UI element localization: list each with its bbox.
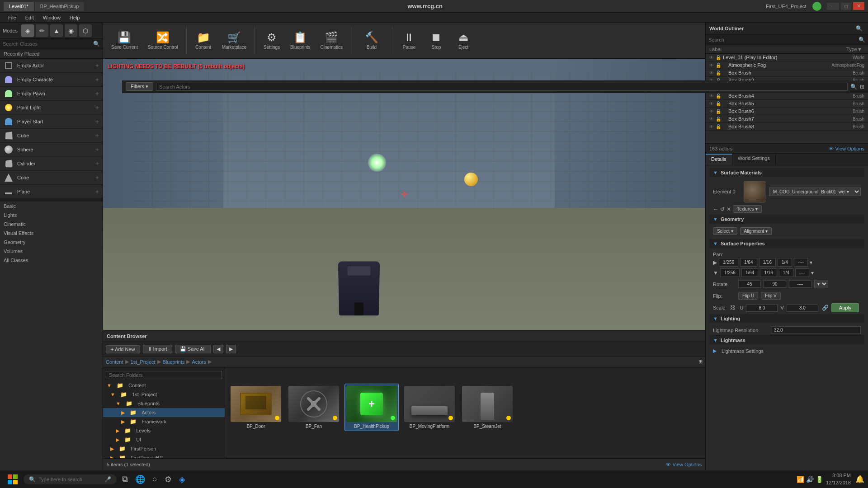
marketplace-button[interactable]: 🛒 Marketplace bbox=[218, 29, 250, 52]
content-button[interactable]: 📁 Content bbox=[191, 29, 216, 52]
viewport[interactable]: LIGHTING NEEDS TO BE REBUILT (5 unbuilt … bbox=[103, 59, 705, 330]
world-outliner-search-input[interactable] bbox=[708, 37, 859, 42]
scale-u-input[interactable] bbox=[746, 304, 778, 312]
stop-button[interactable]: ⏹ Stop bbox=[424, 29, 448, 52]
alignment-button[interactable]: Alignment ▾ bbox=[740, 227, 772, 235]
place-item-cube[interactable]: Cube + bbox=[0, 129, 103, 143]
pan-custom[interactable]: ---- bbox=[794, 258, 808, 267]
wo-item-box-brush8[interactable]: 👁🔓 Box Brush8 Brush bbox=[706, 123, 868, 131]
import-button[interactable]: ⬆ Import bbox=[143, 345, 172, 353]
pan-dropdown-icon[interactable]: ▾ bbox=[810, 259, 812, 266]
category-visual-effects[interactable]: Visual Effects bbox=[0, 229, 103, 238]
back-button[interactable]: ◀ bbox=[213, 345, 223, 353]
wo-item-box-brush6[interactable]: 👁🔓 Box Brush6 Brush bbox=[706, 108, 868, 115]
path-actors[interactable]: Actors bbox=[192, 359, 206, 365]
mode-paint[interactable]: ✏ bbox=[36, 24, 48, 37]
battery-icon[interactable]: 🔋 bbox=[816, 476, 823, 483]
ue4-icon[interactable]: ◈ bbox=[175, 474, 189, 484]
tree-firstpersonbp[interactable]: ▶ 📁 FirstPersonBP bbox=[103, 453, 225, 458]
pan2-1-64[interactable]: 1/64 bbox=[741, 268, 758, 277]
tab-details[interactable]: Details bbox=[706, 154, 732, 165]
tab-world-settings[interactable]: World Settings bbox=[732, 154, 776, 165]
search-icon-wo[interactable]: 🔍 bbox=[856, 25, 863, 32]
place-item-sphere[interactable]: Sphere + bbox=[0, 143, 103, 157]
view-toggle-icon[interactable]: ⊞ bbox=[698, 359, 703, 365]
path-project[interactable]: 1st_Project bbox=[131, 359, 156, 365]
category-geometry[interactable]: Geometry bbox=[0, 238, 103, 247]
taskbar-search-input[interactable] bbox=[38, 477, 102, 482]
folder-search-input[interactable] bbox=[106, 371, 222, 379]
maximize-button[interactable]: □ bbox=[841, 3, 851, 10]
tab-bp-healthpickup[interactable]: BP_HealthPickup bbox=[35, 2, 85, 11]
asset-bp-healthpickup[interactable]: + BP_HealthPickup bbox=[344, 384, 399, 431]
place-item-empty-character[interactable]: Empty Characte + bbox=[0, 73, 103, 87]
category-all-classes[interactable]: All Classes bbox=[0, 256, 103, 265]
menu-help[interactable]: Help bbox=[65, 14, 85, 21]
sound-icon[interactable]: 🔊 bbox=[806, 476, 814, 483]
path-content[interactable]: Content bbox=[106, 359, 123, 365]
pan2-custom[interactable]: ---- bbox=[795, 268, 809, 277]
place-item-plane[interactable]: Plane + bbox=[0, 185, 103, 199]
pause-button[interactable]: ⏸ Pause bbox=[397, 29, 421, 52]
pan-arrow-icon[interactable]: ▶ bbox=[713, 259, 717, 266]
section-lighting[interactable]: ▼ Lighting bbox=[709, 314, 864, 323]
pan2-1-16[interactable]: 1/16 bbox=[760, 268, 777, 277]
menu-window[interactable]: Window bbox=[38, 14, 65, 21]
mode-select[interactable]: ◈ bbox=[21, 24, 34, 37]
forward-button[interactable]: ▶ bbox=[226, 345, 236, 353]
pan-1-64[interactable]: 1/64 bbox=[740, 258, 757, 267]
apply-button[interactable]: Apply bbox=[831, 303, 859, 312]
wo-item-level01[interactable]: 👁🔓 Level_01 (Play In Editor) World bbox=[706, 54, 868, 61]
section-surface-properties[interactable]: ▼ Surface Properties bbox=[709, 239, 864, 248]
asset-bp-fan[interactable]: BP_Fan bbox=[287, 384, 341, 431]
cinematics-button[interactable]: 🎬 Cinematics bbox=[317, 29, 346, 52]
flip-u-button[interactable]: Flip U bbox=[738, 292, 758, 300]
mode-foliage[interactable]: ◉ bbox=[65, 24, 77, 37]
wo-item-box-brush4[interactable]: 👁🔓 Box Brush4 Brush bbox=[706, 92, 868, 100]
pan2-1-256[interactable]: 1/256 bbox=[720, 268, 740, 277]
asset-bp-door[interactable]: BP_Door bbox=[229, 384, 283, 431]
wo-item-box-brush[interactable]: 👁🔓 Box Brush Brush bbox=[706, 69, 868, 77]
lightmap-resolution-input[interactable] bbox=[772, 326, 861, 334]
wo-item-box-brush5[interactable]: 👁🔓 Box Brush5 Brush bbox=[706, 100, 868, 108]
build-button[interactable]: 🔨 Build bbox=[356, 29, 387, 52]
start-button[interactable] bbox=[4, 470, 22, 488]
tree-1st-project[interactable]: ▼ 📁 1st_Project bbox=[103, 390, 225, 399]
wo-item-atmo-fog[interactable]: 👁🔓 Atmospheric Fog AtmosphericFog bbox=[706, 61, 868, 69]
menu-edit[interactable]: Edit bbox=[21, 14, 38, 21]
save-all-button[interactable]: 💾 Save All bbox=[175, 345, 211, 353]
pan2-dropdown-icon[interactable]: ▾ bbox=[811, 270, 814, 276]
eject-button[interactable]: ⏏ Eject bbox=[451, 29, 476, 52]
asset-bp-movingplatform[interactable]: BP_MovingPlatform bbox=[402, 384, 457, 431]
chrome-icon[interactable]: ○ bbox=[149, 474, 161, 484]
pan-1-16[interactable]: 1/16 bbox=[759, 258, 776, 267]
rotate-input-90[interactable] bbox=[764, 280, 786, 288]
category-lights[interactable]: Lights bbox=[0, 211, 103, 220]
scale-v-input[interactable] bbox=[787, 304, 818, 312]
pan-1-256[interactable]: 1/256 bbox=[719, 258, 738, 267]
section-surface-materials[interactable]: ▼ Surface Materials bbox=[709, 168, 864, 177]
tree-ui[interactable]: ▶ 📁 UI bbox=[103, 435, 225, 444]
place-item-cone[interactable]: Cone + bbox=[0, 171, 103, 185]
tab-level01[interactable]: Level01* bbox=[4, 2, 34, 11]
place-item-cylinder[interactable]: Cylinder + bbox=[0, 157, 103, 171]
rotate-input-custom[interactable] bbox=[789, 280, 811, 288]
category-basic[interactable]: Basic bbox=[0, 202, 103, 211]
category-cinematic[interactable]: Cinematic bbox=[0, 220, 103, 229]
search-classes-input[interactable] bbox=[3, 41, 93, 47]
asset-bp-steamjet[interactable]: BP_SteamJet bbox=[460, 384, 514, 431]
source-control-button[interactable]: 🔀 Source Control bbox=[144, 29, 182, 52]
mode-landscape[interactable]: ▲ bbox=[50, 24, 63, 37]
view-options-link[interactable]: 👁 View Options bbox=[666, 462, 702, 467]
blueprints-button[interactable]: 📋 Blueprints bbox=[287, 29, 314, 52]
edge-icon[interactable]: 🌐 bbox=[132, 474, 149, 484]
place-item-point-light[interactable]: Point Light + bbox=[0, 101, 103, 115]
pan-1-4[interactable]: 1/4 bbox=[778, 258, 792, 267]
network-icon[interactable]: 📶 bbox=[797, 476, 804, 483]
textures-button[interactable]: Textures ▾ bbox=[733, 205, 762, 213]
place-item-empty-actor[interactable]: Empty Actor + bbox=[0, 59, 103, 73]
rotate-dropdown[interactable]: ▾ bbox=[814, 280, 828, 288]
tree-levels[interactable]: ▶ 📁 Levels bbox=[103, 426, 225, 435]
lightmass-settings-item[interactable]: ▶ Lightmass Settings bbox=[709, 347, 864, 355]
path-blueprints[interactable]: Blueprints bbox=[163, 359, 185, 365]
